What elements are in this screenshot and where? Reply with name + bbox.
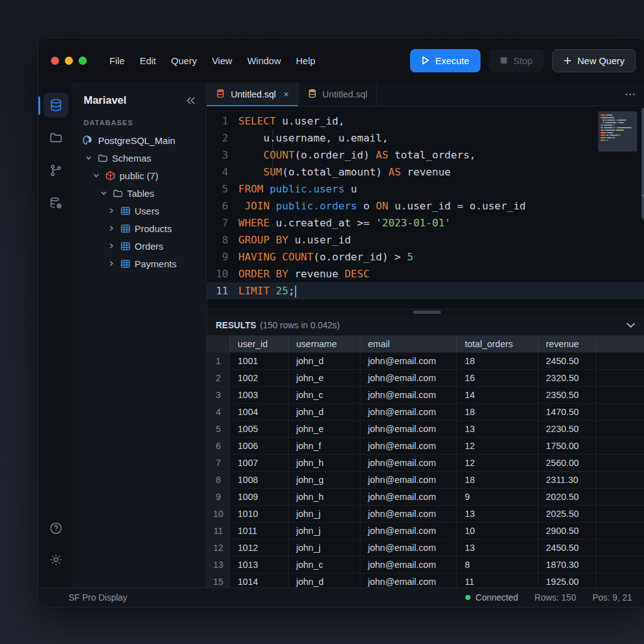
cell-revenue[interactable]: 1750.00 [538,438,596,455]
cell-email[interactable]: john@email.com [360,421,457,438]
tree-item-public-7-[interactable]: public (7) [74,167,206,184]
cell-email[interactable]: john@email.com [360,557,457,574]
cell-email[interactable]: john@email.com [360,370,457,387]
cell-username[interactable]: john_j [289,506,360,523]
chevron-down-icon[interactable] [626,322,636,328]
cell-total_orders[interactable]: 13 [457,540,538,557]
cell-user_id[interactable]: 1010 [230,506,289,523]
cell-revenue[interactable]: 1925.00 [538,574,596,587]
cell-user_id[interactable]: 1013 [230,557,289,574]
table-row[interactable]: 51005john_ejohn@email.com132230.50 [207,421,644,438]
tree-item-products[interactable]: Products [74,219,206,237]
chevron-expanded-icon[interactable] [92,172,101,179]
menu-item-view[interactable]: View [206,52,238,69]
table-row[interactable]: 91009john_hjohn@email.com92020.50 [207,489,644,506]
cell-revenue[interactable]: 2020.50 [538,489,596,506]
cell-user_id[interactable]: 1009 [230,489,289,506]
cell-username[interactable]: john_g [289,472,360,489]
table-row[interactable]: 111011john_jjohn@email.com102900.50 [207,523,644,540]
cell-total_orders[interactable]: 13 [457,506,538,523]
cell-email[interactable]: john@email.com [360,472,457,489]
cell-username[interactable]: john_d [289,353,360,370]
cell-username[interactable]: john_d [289,404,360,421]
close-tab-icon[interactable]: × [284,89,289,99]
cell-total_orders[interactable]: 18 [457,404,538,421]
cell-total_orders[interactable]: 12 [457,455,538,472]
cell-revenue[interactable]: 2900.50 [538,523,596,540]
cell-user_id[interactable]: 1002 [230,370,289,387]
settings-gear-icon[interactable] [43,547,69,572]
cell-email[interactable]: john@email.com [360,574,457,587]
cell-revenue[interactable]: 2560.00 [538,455,596,472]
cell-user_id[interactable]: 1014 [230,574,289,587]
chevron-expanded-icon[interactable] [99,190,108,196]
chevron-expanded-icon[interactable] [84,155,93,161]
chevron-collapsed-icon[interactable] [107,225,116,231]
cell-revenue[interactable]: 2320.50 [538,370,596,387]
table-row[interactable]: 61006john_fjohn@email.com121750.00 [207,438,644,455]
menu-item-file[interactable]: File [103,52,131,69]
table-row[interactable]: 11001john_djohn@email.com182450.50 [207,353,644,370]
cell-user_id[interactable]: 1006 [230,438,289,455]
table-row[interactable]: 21002john_ejohn@email.com162320.50 [207,370,644,387]
cell-email[interactable]: john@email.com [360,455,457,472]
cell-email[interactable]: john@email.com [360,438,457,455]
cell-user_id[interactable]: 1004 [230,404,289,421]
cell-user_id[interactable]: 1001 [230,353,289,370]
cell-username[interactable]: john_e [289,370,360,387]
tree-item-schemas[interactable]: Schemas [74,149,206,167]
cell-email[interactable]: john@email.com [360,506,457,523]
connection-postgresql-main[interactable]: PostgreSQL_Main [74,131,206,149]
results-splitter[interactable] [207,309,644,315]
cell-user_id[interactable]: 1012 [230,540,289,557]
cell-email[interactable]: john@email.com [360,489,457,506]
cell-username[interactable]: john_e [289,421,360,438]
chevron-collapsed-icon[interactable] [107,208,116,214]
column-header-email[interactable]: email [360,336,457,353]
cell-username[interactable]: john_h [289,455,360,472]
tree-item-users[interactable]: Users [74,202,206,219]
menu-item-query[interactable]: Query [165,52,203,69]
collapse-sidebar-icon[interactable] [185,96,197,106]
cell-user_id[interactable]: 1008 [230,472,289,489]
menu-item-help[interactable]: Help [290,52,322,69]
cell-username[interactable]: john_f [289,438,360,455]
column-header-revenue[interactable]: revenue [538,336,596,353]
table-row[interactable]: 151014john_djohn@email.com111925.00 [207,574,644,587]
cell-email[interactable]: john@email.com [360,387,457,404]
cell-email[interactable]: john@email.com [360,540,457,557]
cell-total_orders[interactable]: 16 [457,370,538,387]
cell-email[interactable]: john@email.com [360,523,457,540]
minimize-window-button[interactable] [65,57,73,65]
maximize-window-button[interactable] [79,57,87,65]
cell-total_orders[interactable]: 9 [457,489,538,506]
cell-revenue[interactable]: 2311.30 [538,472,596,489]
cell-user_id[interactable]: 1003 [230,387,289,404]
cell-revenue[interactable]: 2450.50 [538,540,596,557]
tree-item-orders[interactable]: Orders [74,237,206,255]
cell-username[interactable]: john_h [289,489,360,506]
cell-total_orders[interactable]: 8 [457,557,538,574]
cell-username[interactable]: john_c [289,557,360,574]
cell-total_orders[interactable]: 10 [457,523,538,540]
cell-revenue[interactable]: 2230.50 [538,421,596,438]
cell-user_id[interactable]: 1007 [230,455,289,472]
cell-user_id[interactable]: 1005 [230,421,289,438]
cell-revenue[interactable]: 2350.50 [538,387,596,404]
cell-total_orders[interactable]: 13 [457,421,538,438]
table-row[interactable]: 41004john_djohn@email.com181470.50 [207,404,644,421]
execute-button[interactable]: Execute [410,49,480,72]
cell-revenue[interactable]: 2450.50 [538,353,596,370]
table-row[interactable]: 101010john_jjohn@email.com132025.50 [207,506,644,523]
minimap[interactable] [598,111,637,152]
chevron-collapsed-icon[interactable] [107,260,116,267]
cell-revenue[interactable]: 1470.50 [538,404,596,421]
cell-revenue[interactable]: 2025.50 [538,506,596,523]
cell-revenue[interactable]: 1870.30 [538,557,596,574]
tree-item-payments[interactable]: Payments [74,255,206,272]
cell-username[interactable]: john_j [289,540,360,557]
column-header-user_id[interactable]: user_id [230,336,289,353]
cell-username[interactable]: john_c [289,387,360,404]
table-row[interactable]: 71007john_hjohn@email.com122560.00 [207,455,644,472]
table-row[interactable]: 31003john_cjohn@email.com142350.50 [207,387,644,404]
